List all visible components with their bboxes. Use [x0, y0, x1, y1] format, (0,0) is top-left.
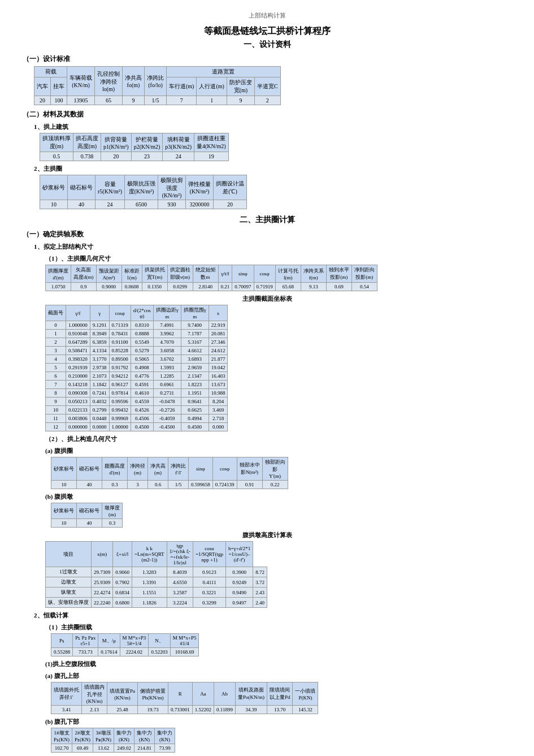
th-net-span: 净跨关系f(m): [301, 265, 326, 283]
th-car: 汽车: [34, 77, 51, 96]
th-truck: 挂车: [51, 77, 67, 96]
th-bp-thick: 墩厚度(m): [102, 503, 123, 519]
th-abs-moment: 绝定始矩数m: [193, 265, 218, 283]
belly-void-label: (1)拱上空腹段恒载: [45, 660, 511, 668]
th-mac-mu: M、/μ: [98, 634, 120, 648]
td-vload: 13905: [67, 96, 95, 105]
th-vehicle-load: 车辆荷载(KN/m): [67, 67, 95, 96]
td-T: 0.1350: [142, 283, 167, 291]
th-fill-thick: 拱顶填料厚度(m): [40, 133, 73, 152]
main-arch-const-label: （1）主拱圈恒载: [45, 623, 511, 632]
th-std-dist: 标准距1(m): [121, 265, 142, 283]
th-bh-x: x(m): [92, 542, 113, 567]
td-nu: 0.0299: [167, 283, 193, 291]
td-shear: 930: [158, 200, 186, 209]
th-bvb-f2: 集中力(KN): [134, 728, 155, 744]
th-mac-m2: M M*x+P5#1/4: [170, 634, 199, 648]
upper-struct-size-label: （2）、拱上构造几何尺寸: [45, 435, 511, 443]
arch-structure-label: 1、拱上建筑: [34, 123, 511, 131]
arch-coef-label: （一）确定拱轴系数: [23, 230, 511, 239]
th-fill-load: 填料荷量p3(KN/m2): [163, 133, 194, 152]
arch-cross-table: 截面号 γ/f γ cosφ d/(2*cosφ) 拱圈边距γm 拱圈范围γm …: [45, 305, 228, 431]
th-mac-n: N、: [149, 634, 170, 648]
td-elastic: 3200000: [186, 200, 214, 209]
th-bvt-pb: 侧填护措置Pb(KN/m): [138, 682, 168, 706]
section1-title: 一、设计资料: [23, 40, 511, 50]
th-arch-level: 拱定圆柱部级ν(m): [167, 265, 193, 283]
th-bvb-p3: 3#墩压P₃(KN): [93, 728, 114, 744]
th-bh-cosu: cosu=1/SQRT(tgpnpp +1): [193, 542, 225, 567]
belly-void-top-table: 填填圆外托弄径1' 填填圆内孔半径(KN/m) 填填置置Pa(KN/m) 侧填护…: [51, 682, 318, 714]
td-truck: 100: [51, 96, 67, 105]
th-span: 孔径控制净跨径lo(m): [95, 67, 123, 96]
td-arch-height: 0.738: [73, 152, 101, 161]
th-calc-bow: 计算弓托l(m): [275, 265, 301, 283]
td-volume: 24: [95, 200, 125, 209]
td-guard: 9: [227, 96, 254, 105]
th-y: γ: [90, 305, 109, 321]
belly-arch-label: (a) 腹拱圈: [45, 447, 511, 455]
belly-void-bot-table: 1#墩支P₁(KN) 2#墩支P₂(KN) 3#墩压P₃(KN) 集中力(KN)…: [51, 728, 175, 753]
th-ba-height: 腹圈高度d'(m): [102, 457, 128, 481]
th-mortar: 砂浆标号: [40, 175, 68, 200]
td-sec12: 12: [46, 423, 66, 431]
belly-pier-label: (b) 腹拱墩: [45, 493, 511, 501]
th-bvb-p1: 1#墩支P₁(KN): [51, 728, 72, 744]
th-bh-kk: k k=Ln(m+SQRT(m2-1)): [132, 542, 167, 567]
th-arch-back: 拱背荷量p1(KN/m²): [101, 133, 132, 152]
th-guard: 防护压变宽(m): [227, 77, 254, 96]
th-arch-width: 拱架拱托宽T(m): [142, 265, 167, 283]
upper-struct-label: 1、拟定上部结构尺寸: [34, 243, 511, 251]
td-l1: 0.0608: [121, 283, 142, 291]
th-arch-load: 拱圈道柱重量4(KN/m2): [194, 133, 229, 152]
th-bvt-r1: 填填圆外托弄径1': [51, 682, 82, 706]
th-ba-cos: cosφ: [212, 457, 237, 481]
th-ratio: 净跨比(fo/lo): [145, 67, 167, 96]
td-sec7: 7: [46, 381, 66, 389]
th-cosphi2: cosφ: [109, 305, 131, 321]
th-horiz: 独到水平投影(m): [326, 265, 351, 283]
th-bvt-p: 一小填填P(KN): [293, 682, 318, 706]
th-bvt-ab: Ab: [214, 682, 236, 706]
th-compress: 极限抗压强度(KN/m²): [125, 175, 158, 200]
belly-pier-table: 砂浆标号 砌石标号 墩厚度(m) 10 40 0.3: [51, 503, 123, 528]
td-mortar: 10: [40, 200, 68, 209]
th-temp: 拱圈设计温差(℃): [214, 175, 247, 200]
th-mac-p123: P₁ P₂ P₃xr5+1: [73, 634, 98, 648]
th-arch-edge: 拱圈边距γm: [153, 305, 181, 321]
th-height: 净共高fo(m): [123, 67, 145, 96]
td-m: 2.8140: [193, 283, 218, 291]
belly-void-bot-label: (b) 腹孔下部: [45, 718, 511, 726]
td-compress: 6500: [125, 200, 158, 209]
th-load: 荷载: [34, 67, 67, 77]
th-ba-span: 净跨径(m): [128, 457, 148, 481]
th-ba-shadow-h: 独部水中影N(m²): [237, 457, 262, 481]
th-elastic: 弹性模量(KN/m²): [186, 175, 214, 200]
th-arch-range: 拱圈范围γm: [181, 305, 209, 321]
th-bh-item: 项目: [46, 542, 92, 567]
td-arch-load: 19: [194, 152, 229, 161]
belly-height-table: 项目 x(m) ξ+xi/l k k=Ln(m+SQRT(m2-1)) tgp1…: [45, 541, 267, 608]
arch-geo-label: （1）、主拱圈几何尺寸: [45, 254, 511, 263]
th-bvb-f1: 集中力(KN): [114, 728, 134, 744]
td-h-proj: 0.69: [326, 283, 351, 291]
td-stone: 40: [68, 200, 95, 209]
td-sec0: 0: [46, 321, 66, 330]
th-vert: 净到距向投影(m): [351, 265, 377, 283]
td-fill-thick: 0.5: [40, 152, 73, 161]
th-shear: 极限抗剪强度(KN/m²): [158, 175, 186, 200]
td-d2: 0.9: [71, 283, 97, 291]
belly-height-title: 腹拱墩高度计算表: [23, 531, 511, 539]
th-cosphi: cosφ: [254, 265, 275, 283]
th-bh-tgp: tgp1/=(chk ξ-=+fxk/le-1/le)xl: [167, 542, 193, 567]
td-guard-load: 23: [131, 152, 163, 161]
belly-void-top-label: (a) 腹孔上部: [45, 672, 511, 680]
td-v-proj: 0.54: [351, 283, 377, 291]
th-bp-mortar: 砂浆标号: [51, 503, 77, 519]
th-drive: 车行道(m): [167, 77, 197, 96]
design-standard-label: （一）设计标准: [23, 54, 511, 64]
arch-geo-table: 拱圈厚度d'(m) 矢高面高度d(m) 预设架距A(m²) 标准距1(m) 拱架…: [45, 265, 377, 291]
th-ba-ratio: 净跨比f'/l': [168, 457, 189, 481]
td-sec5: 5: [46, 364, 66, 372]
th-ba-rise: 净共高(m): [148, 457, 168, 481]
